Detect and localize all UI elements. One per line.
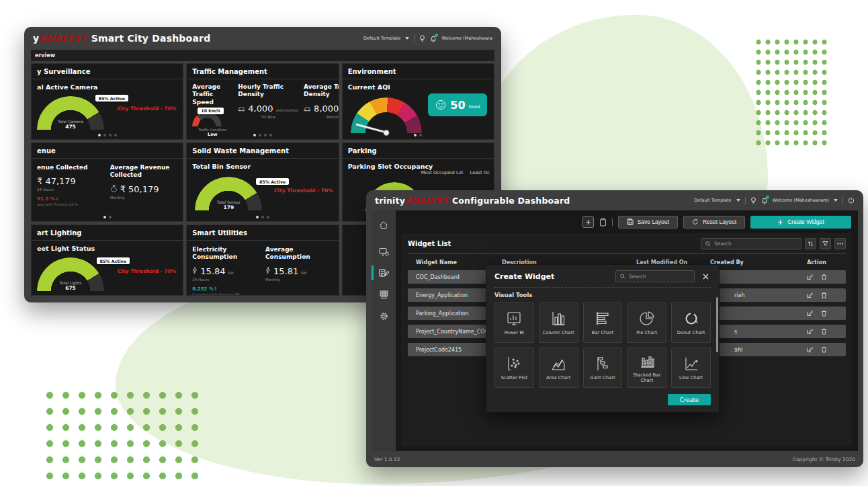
create-button[interactable]: Create bbox=[668, 394, 711, 405]
template-selector[interactable]: Default Template bbox=[694, 198, 731, 203]
panel-title: Widget List bbox=[408, 240, 451, 247]
sort-button[interactable] bbox=[805, 238, 816, 249]
chevron-down-icon bbox=[736, 199, 740, 204]
version-label: Ver 1.0.12 bbox=[374, 456, 400, 462]
speed-badge: 10 km/h bbox=[198, 108, 224, 114]
power-icon[interactable] bbox=[848, 197, 855, 204]
tool-bar-chart[interactable]: Bar Chart bbox=[583, 302, 623, 343]
pagination-dots[interactable] bbox=[32, 216, 183, 218]
tool-line-chart[interactable]: Line Chart bbox=[671, 348, 711, 388]
dot-grid-top-right bbox=[754, 37, 830, 150]
kpi-sub: Monthly bbox=[265, 278, 333, 282]
divider bbox=[494, 287, 711, 288]
card-title: Traffic Management bbox=[187, 64, 338, 79]
logo-accent: ANALYST bbox=[405, 196, 448, 206]
search-input[interactable] bbox=[714, 241, 797, 247]
modal-search-input[interactable] bbox=[629, 274, 690, 280]
card-title: Smart Utilities bbox=[187, 225, 338, 241]
chevron-down-icon bbox=[834, 199, 838, 204]
tool-stacked-bar-chart[interactable]: Stacked Bar Chart bbox=[627, 348, 666, 388]
modal-scrollbar[interactable] bbox=[716, 297, 718, 352]
overview-tab[interactable]: erview bbox=[31, 50, 494, 61]
gauge-center-value: 179 bbox=[195, 204, 262, 210]
tool-donut-chart[interactable]: Donut Chart bbox=[671, 302, 711, 343]
monitor-gear-icon bbox=[379, 247, 389, 256]
welcome-user-menu[interactable]: Welcome (Maheshwaram) bbox=[773, 198, 829, 203]
stacked-bar-chart-icon bbox=[638, 353, 656, 369]
filter-button[interactable] bbox=[820, 238, 831, 249]
modal-search[interactable] bbox=[615, 270, 695, 282]
pagination-dots[interactable] bbox=[187, 134, 338, 136]
modal-title: Create Widget bbox=[494, 272, 610, 281]
home-icon bbox=[379, 220, 388, 229]
card-title: Parking bbox=[343, 143, 494, 159]
delete-icon[interactable] bbox=[821, 310, 827, 317]
more-options-button[interactable] bbox=[834, 238, 846, 249]
toolbar: Save Layout Reset Layout Create Widget bbox=[396, 210, 858, 233]
gauge-tooltip: 85% Active bbox=[97, 257, 130, 264]
delete-icon[interactable] bbox=[821, 274, 827, 280]
close-icon[interactable] bbox=[700, 271, 711, 282]
delete-icon[interactable] bbox=[821, 346, 827, 353]
sidebar-item-settings[interactable] bbox=[372, 306, 396, 326]
logo-prefix: trinity bbox=[375, 196, 405, 206]
edit-icon[interactable] bbox=[806, 292, 813, 298]
sidebar-item-apps[interactable] bbox=[372, 284, 396, 305]
tool-column-chart[interactable]: Column Chart bbox=[539, 302, 578, 343]
kpi-value: 15.81 bbox=[273, 266, 298, 276]
scatter-plot-icon bbox=[505, 356, 523, 372]
bulb-icon[interactable] bbox=[419, 35, 425, 42]
create-widget-modal: Create Widget Visual Tools bbox=[486, 264, 720, 413]
card-title: enue bbox=[32, 143, 183, 159]
kpi-label: Average Consumption bbox=[265, 246, 333, 261]
reset-layout-button[interactable]: Reset Layout bbox=[683, 216, 745, 229]
kpi-unit: KW bbox=[228, 271, 234, 275]
pagination-dots[interactable] bbox=[187, 216, 338, 218]
tool-gant-chart[interactable]: Gant Chart bbox=[583, 348, 623, 388]
tool-area-chart[interactable]: Area Chart bbox=[539, 348, 578, 388]
welcome-user-menu[interactable]: Welcome (Maheshwara bbox=[441, 36, 492, 41]
tool-label: Donut Chart bbox=[677, 330, 705, 335]
tool-power-bi[interactable]: Power BI bbox=[494, 302, 534, 343]
notification-badge bbox=[766, 196, 769, 199]
tool-scatter-plot[interactable]: Scatter Plot bbox=[494, 348, 534, 388]
card-surveillance: y Surveillance al Active Camera 85% Acti… bbox=[31, 63, 183, 140]
visual-tools-grid: Power BI Column Chart Bar Chart bbox=[494, 302, 711, 388]
add-icon-button[interactable] bbox=[582, 216, 594, 228]
reset-layout-label: Reset Layout bbox=[703, 218, 736, 225]
clipboard-icon[interactable] bbox=[599, 218, 607, 227]
card-title: art Lighting bbox=[32, 225, 183, 241]
tool-label: Bar Chart bbox=[592, 330, 613, 335]
create-widget-button[interactable]: Create Widget bbox=[750, 216, 851, 229]
page-title: Configurable Dashboard bbox=[452, 196, 570, 206]
gauge-tooltip: 85% Active bbox=[256, 178, 289, 185]
bulb-icon[interactable] bbox=[750, 197, 756, 204]
edit-icon[interactable] bbox=[806, 328, 813, 335]
logo-accent: ANALYST bbox=[39, 33, 87, 44]
delta-sub: Compared with Previous 24h bbox=[192, 292, 260, 296]
pagination-dots[interactable] bbox=[343, 134, 494, 136]
divider bbox=[842, 197, 843, 204]
delete-icon[interactable] bbox=[821, 292, 827, 298]
edit-icon[interactable] bbox=[806, 310, 813, 317]
notifications-bell-icon[interactable] bbox=[761, 197, 768, 204]
edit-icon[interactable] bbox=[806, 346, 813, 353]
widget-edit-icon bbox=[379, 269, 389, 278]
edit-icon[interactable] bbox=[806, 274, 813, 280]
pagination-dots[interactable] bbox=[32, 134, 183, 136]
card-title: Solid Waste Management bbox=[187, 143, 338, 159]
sidebar-item-widgets[interactable] bbox=[372, 263, 396, 283]
save-layout-button[interactable]: Save Layout bbox=[618, 216, 678, 229]
sidebar-item-home[interactable] bbox=[372, 214, 396, 235]
sidebar-item-dashboard[interactable] bbox=[372, 241, 396, 261]
notifications-bell-icon[interactable] bbox=[430, 35, 437, 42]
delete-icon[interactable] bbox=[821, 328, 827, 335]
delta-value: 01.2 %↓ bbox=[37, 196, 105, 202]
kpi-value: 4,000 bbox=[248, 104, 273, 114]
widget-search[interactable] bbox=[701, 238, 801, 249]
gauge-center-value: 675 bbox=[37, 285, 104, 291]
divider bbox=[408, 253, 846, 254]
tool-pie-chart[interactable]: Pie Chart bbox=[627, 302, 666, 343]
street-light-gauge: 85% Active Total Lights 675 bbox=[37, 257, 104, 291]
template-selector[interactable]: Default Template bbox=[363, 36, 400, 41]
